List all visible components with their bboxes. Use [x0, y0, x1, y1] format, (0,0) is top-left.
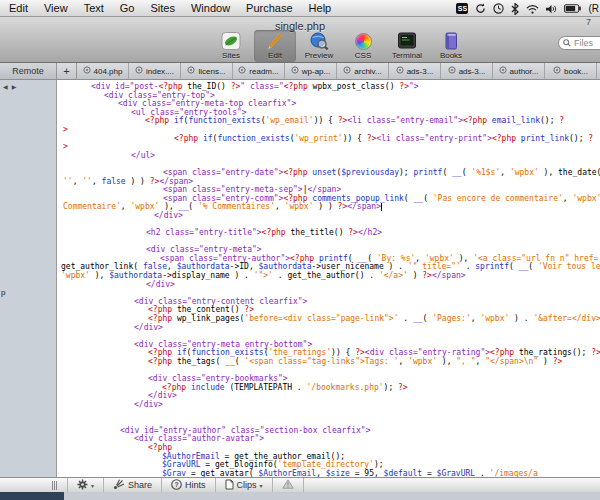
clock-icon[interactable] [493, 3, 504, 14]
code-line: <h2 class="entry-title"><?php the_title(… [146, 229, 600, 238]
tabs-strip: 404.phpindex....licens...readm...wp-ap..… [77, 63, 600, 79]
code-editor[interactable]: <div id="post-<?php the_ID() ?>" class="… [58, 80, 600, 477]
sidebar-resize-grip[interactable] [52, 481, 57, 490]
toolbar-terminal-button[interactable]: Terminal [386, 30, 428, 62]
menubar-status-icons: SS(R [456, 0, 600, 17]
code-line: $Grav = get_avatar( $AuthorEmail, $size … [162, 470, 600, 477]
sidebar-stray-text: p [1, 288, 5, 297]
toolbar-preview-button[interactable]: Preview [298, 30, 340, 62]
ss-badge[interactable]: SS [456, 3, 468, 14]
tab-label: author... [510, 67, 539, 76]
tab-label: 404.php [94, 67, 123, 76]
clips-button[interactable]: Clips▾ [216, 478, 273, 493]
tab-archiv[interactable]: archiv... [337, 63, 389, 79]
statusbar-item-label: Share [128, 480, 152, 490]
toolbar-button-label: Terminal [392, 51, 422, 60]
battery-icon[interactable] [564, 4, 581, 13]
tab-file-icon [343, 66, 351, 76]
warning-button[interactable] [273, 478, 304, 493]
share-button[interactable]: Share [104, 478, 162, 493]
volume-icon[interactable] [546, 4, 557, 14]
screen: EditViewTextGoSitesWindowPurchaseHelp SS… [0, 0, 600, 500]
menu-help[interactable]: Help [309, 2, 332, 14]
search-icon [563, 39, 571, 47]
menu-text[interactable]: Text [84, 2, 104, 14]
tab-file-icon [238, 66, 246, 76]
tab-ads-3[interactable]: ads-3... [441, 63, 493, 79]
window-toolbar: single.php 7 SitesEditPreviewCSSTerminal… [0, 17, 600, 63]
menu-view[interactable]: View [44, 2, 68, 14]
menu-go[interactable]: Go [120, 2, 135, 14]
tab-label: archiv... [354, 67, 381, 76]
code-line: </ul> [131, 152, 600, 161]
tab-label: licens... [198, 67, 225, 76]
dropdown-caret-icon: ▾ [260, 482, 263, 489]
tab-licens[interactable]: licens... [181, 63, 233, 79]
tab-file-icon [396, 66, 404, 76]
code-line: 'wpbx' ), $authordata->display_name ) . … [61, 272, 600, 281]
search-placeholder: Files [574, 38, 593, 48]
gear-icon [77, 479, 88, 492]
code-line: <?php the_tags( __( '<span class="tag-li… [148, 358, 600, 367]
toolbar-button-label: Edit [268, 51, 282, 60]
tab-bar: Remote + 404.phpindex....licens...readm.… [0, 63, 600, 80]
main-area: ◀▶ p <div id="post-<?php the_ID() ?>" cl… [0, 80, 600, 477]
toolbar-books-button[interactable]: Books [430, 30, 472, 62]
statusbar-item-label: Hints [185, 480, 206, 490]
menu-window[interactable]: Window [191, 2, 230, 14]
tab-file-icon [499, 66, 507, 76]
toolbar-button-label: Preview [305, 51, 333, 60]
question-icon: ? [171, 479, 182, 492]
code-line: Commentaire', 'wpbx' ), __( '% Commentai… [63, 203, 600, 212]
tab-file-icon [135, 66, 143, 76]
statusbar-items: ▾Share?HintsClips▾ [67, 478, 304, 493]
tab-label: book... [564, 67, 588, 76]
tab-readm[interactable]: readm... [233, 63, 285, 79]
code-line: <div class="author-avatar"> [134, 435, 600, 444]
code-line [58, 367, 600, 376]
toolbar-css-button[interactable]: CSS [342, 30, 384, 62]
code-line: <?php if(function_exists('wp_email')) { … [145, 117, 600, 126]
menu-bar: EditViewTextGoSitesWindowPurchaseHelp SS… [0, 0, 600, 17]
code-line: </div> [146, 281, 600, 290]
svg-text:?: ? [174, 480, 178, 487]
menu-sites[interactable]: Sites [151, 2, 175, 14]
code-line: <?php include (TEMPLATEPATH . '/bookmark… [162, 384, 600, 393]
forward-arrow-icon[interactable]: ▶ [12, 84, 21, 90]
terminal-icon [396, 31, 418, 51]
add-tab-button[interactable]: + [57, 63, 77, 79]
files-search-input[interactable]: Files [558, 36, 600, 50]
bluetooth-icon[interactable] [511, 3, 519, 15]
tab-wp-ap[interactable]: wp-ap... [285, 63, 337, 79]
sidebar-header-remote[interactable]: Remote [0, 63, 57, 79]
tab-file-icon [553, 66, 561, 76]
tab-index[interactable]: index.... [129, 63, 181, 79]
tab-author[interactable]: author... [493, 63, 545, 79]
menu-purchase[interactable]: Purchase [246, 2, 292, 14]
toolbar-edit-button[interactable]: Edit [254, 30, 296, 62]
code-line: <span class="entry-date"><?php unset($pr… [163, 169, 600, 178]
tab-label: wp-ap... [302, 67, 330, 76]
toolbar-sites-button[interactable]: Sites [210, 30, 252, 62]
user-switcher-text[interactable]: (R [588, 3, 599, 14]
menu-edit[interactable]: Edit [9, 2, 28, 14]
menu-items: EditViewTextGoSitesWindowPurchaseHelp [0, 2, 331, 14]
tab-404-php[interactable]: 404.php [77, 63, 129, 79]
code-line: <?php wp_link_pages('before=<div class="… [148, 315, 600, 324]
code-line: </div> [134, 324, 600, 333]
warning-icon [282, 479, 294, 491]
gear-button[interactable]: ▾ [67, 478, 104, 493]
color-wheel-icon [352, 31, 374, 51]
wifi-icon[interactable] [526, 4, 539, 14]
toolbar-button-label: Sites [222, 51, 240, 60]
tab-label: ads-3... [407, 67, 434, 76]
remote-files-sidebar[interactable]: ◀▶ p [0, 80, 57, 477]
leaf-icon [220, 31, 242, 51]
back-arrow-icon[interactable]: ◀ [3, 84, 12, 90]
share-icon [113, 479, 125, 492]
tab-book[interactable]: book... [545, 63, 597, 79]
sidebar-nav-arrows[interactable]: ◀▶ [3, 83, 20, 90]
tab-ads-3[interactable]: ads-3... [389, 63, 441, 79]
sync-icon[interactable] [475, 3, 486, 14]
hints-button[interactable]: ?Hints [162, 478, 216, 493]
